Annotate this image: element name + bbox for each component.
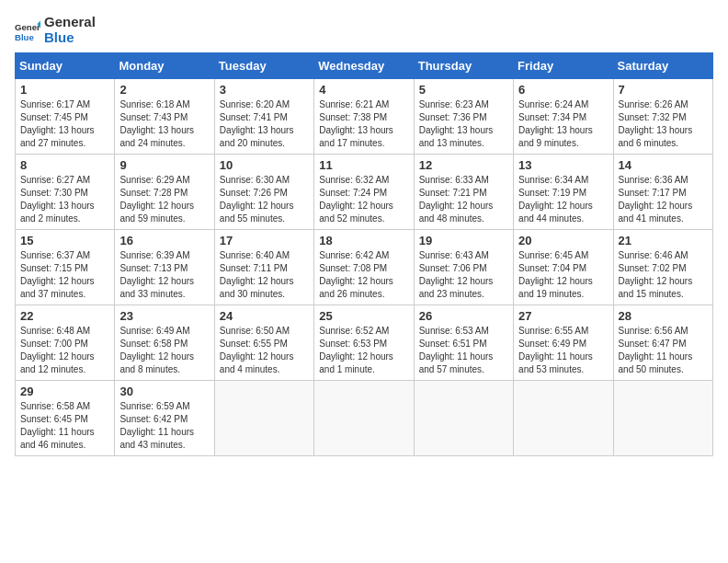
day-cell-23: 23Sunrise: 6:49 AM Sunset: 6:58 PM Dayli…: [115, 305, 214, 381]
empty-cell: [514, 381, 613, 456]
day-number: 27: [518, 309, 608, 323]
day-info: Sunrise: 6:43 AM Sunset: 7:06 PM Dayligh…: [419, 249, 508, 301]
day-info: Sunrise: 6:52 AM Sunset: 6:53 PM Dayligh…: [319, 325, 408, 376]
empty-cell: [414, 381, 513, 456]
day-info: Sunrise: 6:49 AM Sunset: 6:58 PM Dayligh…: [119, 325, 209, 376]
page-header: General Blue General Blue: [15, 15, 713, 45]
day-number: 4: [319, 83, 408, 97]
day-info: Sunrise: 6:24 AM Sunset: 7:34 PM Dayligh…: [518, 98, 608, 150]
day-cell-12: 12Sunrise: 6:33 AM Sunset: 7:21 PM Dayli…: [414, 155, 513, 230]
day-number: 14: [619, 158, 708, 172]
day-number: 23: [119, 309, 209, 323]
day-cell-15: 15Sunrise: 6:37 AM Sunset: 7:15 PM Dayli…: [16, 230, 115, 305]
col-header-friday: Friday: [514, 53, 613, 79]
day-number: 7: [619, 83, 708, 97]
day-cell-2: 2Sunrise: 6:18 AM Sunset: 7:43 PM Daylig…: [115, 79, 214, 155]
day-cell-24: 24Sunrise: 6:50 AM Sunset: 6:55 PM Dayli…: [214, 305, 313, 381]
day-number: 11: [319, 158, 408, 172]
day-number: 21: [619, 234, 708, 247]
day-cell-10: 10Sunrise: 6:30 AM Sunset: 7:26 PM Dayli…: [214, 155, 313, 230]
day-cell-25: 25Sunrise: 6:52 AM Sunset: 6:53 PM Dayli…: [314, 305, 414, 381]
day-number: 5: [419, 83, 508, 97]
day-cell-19: 19Sunrise: 6:43 AM Sunset: 7:06 PM Dayli…: [414, 230, 513, 305]
day-info: Sunrise: 6:55 AM Sunset: 6:49 PM Dayligh…: [518, 325, 608, 376]
empty-cell: [613, 381, 712, 456]
day-cell-1: 1Sunrise: 6:17 AM Sunset: 7:45 PM Daylig…: [16, 79, 115, 155]
day-cell-16: 16Sunrise: 6:39 AM Sunset: 7:13 PM Dayli…: [115, 230, 214, 305]
logo: General Blue General Blue: [15, 15, 96, 45]
col-header-thursday: Thursday: [414, 53, 513, 79]
day-info: Sunrise: 6:39 AM Sunset: 7:13 PM Dayligh…: [119, 249, 209, 301]
day-cell-21: 21Sunrise: 6:46 AM Sunset: 7:02 PM Dayli…: [613, 230, 712, 305]
logo-icon: General Blue: [15, 17, 40, 43]
day-info: Sunrise: 6:30 AM Sunset: 7:26 PM Dayligh…: [220, 174, 309, 225]
day-number: 16: [119, 234, 209, 247]
day-cell-13: 13Sunrise: 6:34 AM Sunset: 7:19 PM Dayli…: [514, 155, 613, 230]
calendar-row: 22Sunrise: 6:48 AM Sunset: 7:00 PM Dayli…: [16, 305, 713, 381]
day-info: Sunrise: 6:50 AM Sunset: 6:55 PM Dayligh…: [220, 325, 309, 376]
calendar-body: 1Sunrise: 6:17 AM Sunset: 7:45 PM Daylig…: [16, 79, 713, 456]
empty-cell: [214, 381, 313, 456]
day-info: Sunrise: 6:18 AM Sunset: 7:43 PM Dayligh…: [119, 98, 209, 150]
day-number: 1: [20, 83, 109, 97]
calendar-row: 8Sunrise: 6:27 AM Sunset: 7:30 PM Daylig…: [16, 155, 713, 230]
day-number: 22: [20, 309, 109, 323]
calendar-header-row: SundayMondayTuesdayWednesdayThursdayFrid…: [16, 53, 713, 79]
calendar-table: SundayMondayTuesdayWednesdayThursdayFrid…: [15, 52, 713, 456]
day-cell-22: 22Sunrise: 6:48 AM Sunset: 7:00 PM Dayli…: [16, 305, 115, 381]
calendar-row: 29Sunrise: 6:58 AM Sunset: 6:45 PM Dayli…: [16, 381, 713, 456]
day-info: Sunrise: 6:21 AM Sunset: 7:38 PM Dayligh…: [319, 98, 408, 150]
day-cell-30: 30Sunrise: 6:59 AM Sunset: 6:42 PM Dayli…: [115, 381, 214, 456]
empty-cell: [314, 381, 414, 456]
day-number: 17: [220, 234, 309, 247]
day-info: Sunrise: 6:56 AM Sunset: 6:47 PM Dayligh…: [619, 325, 708, 376]
day-cell-9: 9Sunrise: 6:29 AM Sunset: 7:28 PM Daylig…: [115, 155, 214, 230]
day-cell-28: 28Sunrise: 6:56 AM Sunset: 6:47 PM Dayli…: [613, 305, 712, 381]
day-number: 28: [619, 309, 708, 323]
day-info: Sunrise: 6:26 AM Sunset: 7:32 PM Dayligh…: [619, 98, 708, 150]
day-cell-11: 11Sunrise: 6:32 AM Sunset: 7:24 PM Dayli…: [314, 155, 414, 230]
day-number: 13: [518, 158, 608, 172]
day-number: 2: [119, 83, 209, 97]
day-info: Sunrise: 6:59 AM Sunset: 6:42 PM Dayligh…: [119, 400, 209, 452]
day-info: Sunrise: 6:20 AM Sunset: 7:41 PM Dayligh…: [220, 98, 309, 150]
col-header-monday: Monday: [115, 53, 214, 79]
day-number: 8: [20, 158, 109, 172]
col-header-saturday: Saturday: [613, 53, 712, 79]
day-cell-3: 3Sunrise: 6:20 AM Sunset: 7:41 PM Daylig…: [214, 79, 313, 155]
day-cell-29: 29Sunrise: 6:58 AM Sunset: 6:45 PM Dayli…: [16, 381, 115, 456]
day-number: 12: [419, 158, 508, 172]
day-number: 3: [220, 83, 309, 97]
svg-text:General: General: [15, 22, 40, 32]
day-cell-27: 27Sunrise: 6:55 AM Sunset: 6:49 PM Dayli…: [514, 305, 613, 381]
day-info: Sunrise: 6:46 AM Sunset: 7:02 PM Dayligh…: [619, 249, 708, 301]
day-number: 26: [419, 309, 508, 323]
day-info: Sunrise: 6:36 AM Sunset: 7:17 PM Dayligh…: [619, 174, 708, 225]
day-info: Sunrise: 6:29 AM Sunset: 7:28 PM Dayligh…: [119, 174, 209, 225]
day-info: Sunrise: 6:58 AM Sunset: 6:45 PM Dayligh…: [20, 400, 109, 452]
day-info: Sunrise: 6:33 AM Sunset: 7:21 PM Dayligh…: [419, 174, 508, 225]
day-number: 29: [20, 385, 109, 398]
day-number: 25: [319, 309, 408, 323]
day-info: Sunrise: 6:45 AM Sunset: 7:04 PM Dayligh…: [518, 249, 608, 301]
day-number: 19: [419, 234, 508, 247]
day-number: 24: [220, 309, 309, 323]
day-cell-8: 8Sunrise: 6:27 AM Sunset: 7:30 PM Daylig…: [16, 155, 115, 230]
day-cell-7: 7Sunrise: 6:26 AM Sunset: 7:32 PM Daylig…: [613, 79, 712, 155]
day-number: 30: [119, 385, 209, 398]
calendar-row: 1Sunrise: 6:17 AM Sunset: 7:45 PM Daylig…: [16, 79, 713, 155]
day-cell-6: 6Sunrise: 6:24 AM Sunset: 7:34 PM Daylig…: [514, 79, 613, 155]
day-info: Sunrise: 6:37 AM Sunset: 7:15 PM Dayligh…: [20, 249, 109, 301]
day-info: Sunrise: 6:23 AM Sunset: 7:36 PM Dayligh…: [419, 98, 508, 150]
day-info: Sunrise: 6:53 AM Sunset: 6:51 PM Dayligh…: [419, 325, 508, 376]
day-cell-17: 17Sunrise: 6:40 AM Sunset: 7:11 PM Dayli…: [214, 230, 313, 305]
day-info: Sunrise: 6:34 AM Sunset: 7:19 PM Dayligh…: [518, 174, 608, 225]
day-info: Sunrise: 6:32 AM Sunset: 7:24 PM Dayligh…: [319, 174, 408, 225]
calendar-row: 15Sunrise: 6:37 AM Sunset: 7:15 PM Dayli…: [16, 230, 713, 305]
col-header-tuesday: Tuesday: [214, 53, 313, 79]
day-number: 9: [119, 158, 209, 172]
day-cell-14: 14Sunrise: 6:36 AM Sunset: 7:17 PM Dayli…: [613, 155, 712, 230]
day-number: 15: [20, 234, 109, 247]
col-header-wednesday: Wednesday: [314, 53, 414, 79]
day-number: 20: [518, 234, 608, 247]
